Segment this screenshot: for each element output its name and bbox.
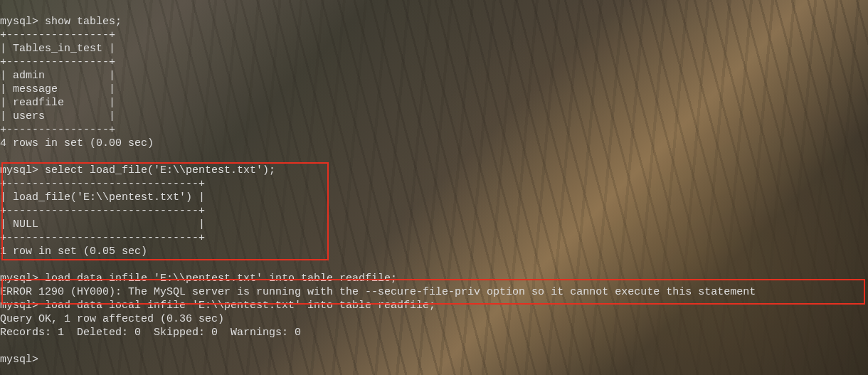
error-1290: ERROR 1290 (HY000): The MySQL server is … [0,286,756,298]
prompt: mysql> [0,16,38,28]
mysql-terminal[interactable]: mysql> show tables; +----------------+ |… [0,0,868,375]
cmd-show-tables: show tables; [45,16,122,28]
prompt: mysql> [0,300,38,312]
terminal-output: mysql> show tables; +----------------+ |… [0,15,868,366]
summary-show-tables: 4 rows in set (0.00 sec) [0,137,154,149]
cmd-load-data: load data infile 'E:\\pentest.txt' into … [45,273,397,285]
summary-load-file: 1 row in set (0.05 sec) [0,245,147,258]
cmd-load-data-local: load data local infile 'E:\\pentest.txt'… [45,300,435,312]
result-query-ok: Query OK, 1 row affected (0.36 sec) [0,313,224,325]
prompt: mysql> [0,354,38,366]
cmd-load-file: select load_file('E:\\pentest.txt'); [45,164,275,176]
prompt: mysql> [0,164,38,176]
prompt: mysql> [0,273,38,285]
result-records: Records: 1 Deleted: 0 Skipped: 0 Warning… [0,327,301,339]
